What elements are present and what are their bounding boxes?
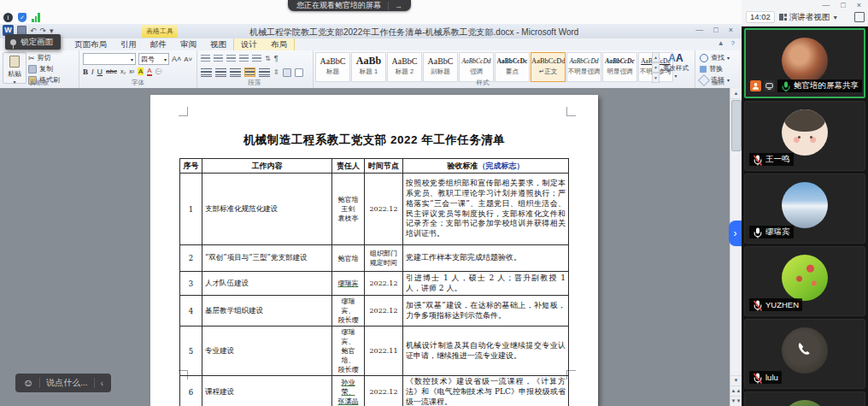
tab-页面布局[interactable]: 页面布局 [67, 38, 114, 50]
align-justify-icon[interactable] [244, 68, 255, 77]
line-spacing-icon[interactable]: ⇕ [273, 68, 279, 76]
minimize-icon[interactable]: — [822, 1, 830, 9]
decrease-indent-icon[interactable] [239, 55, 249, 62]
clipboard-icon [9, 56, 20, 68]
redo-icon[interactable]: ↷ [40, 26, 47, 35]
borders-icon[interactable] [295, 68, 303, 77]
table-row: 1支部标准化规范化建设鲍官培 王剑 袁枝亭2022.12按照校党委组织部和宣传部… [180, 174, 569, 245]
gallery-down-icon[interactable]: ▼ [652, 62, 660, 73]
close-icon[interactable]: × [729, 26, 733, 34]
style-标题2[interactable]: AaBbC标题 2 [387, 52, 422, 82]
style-↵正文[interactable]: AaBbCcDd↵正文 [531, 52, 566, 82]
align-right-icon[interactable] [230, 68, 241, 77]
enclose-char-icon[interactable]: ㊀ [155, 67, 162, 76]
copy-button[interactable]: 复制 [28, 64, 60, 74]
close-icon[interactable]: × [857, 1, 861, 9]
bold-button[interactable]: B [83, 68, 88, 76]
participant-tile-鲍官培的屏幕共享[interactable]: 鲍官培的屏幕共享 [744, 28, 865, 98]
superscript-icon[interactable]: x² [129, 68, 134, 74]
style-不明显强调[interactable]: AaBbCcDd不明显强调 [566, 52, 601, 82]
tab-布局[interactable]: 布局 [264, 38, 294, 50]
restore-icon[interactable]: □ [841, 1, 845, 9]
previous-page-icon[interactable]: ▲▲ [730, 385, 742, 396]
scroll-down-icon[interactable]: ▼ [730, 375, 742, 385]
numbering-icon[interactable] [214, 55, 223, 62]
highlight-color-icon[interactable]: A [138, 68, 144, 75]
document-page[interactable]: 机械制造工程系教工党支部 2022 年工作任务清单 序号 工作内容 责任人 时间… [150, 95, 598, 406]
change-styles-button[interactable]: AA 更改样式 ▾ [660, 53, 691, 79]
grow-font-icon[interactable]: A˄ [172, 55, 181, 63]
participant-name: lulu [765, 373, 778, 382]
view-mode-button[interactable]: 演讲者视图 ▼ [779, 12, 838, 23]
undo-icon[interactable]: ↶ [30, 26, 37, 35]
banner-exit-icon[interactable]: → [388, 2, 402, 10]
participant-tile-王一鸣[interactable]: 王一鸣 [744, 101, 865, 171]
distribute-icon[interactable] [259, 68, 270, 77]
cut-button[interactable]: ✂剪切 [28, 53, 60, 62]
cell-no: 4 [180, 296, 202, 327]
participant-tile-缪瑞宾[interactable]: 缪瑞宾 [744, 174, 865, 244]
replace-button[interactable]: 替换 [700, 64, 730, 74]
show-marks-icon[interactable]: ¶ [274, 54, 279, 62]
style-要点[interactable]: AaBbCcDc要点 [495, 52, 530, 82]
lock-screen-pin-button[interactable]: 锁定画面 [5, 34, 61, 50]
scroll-up-icon[interactable]: ▲ [730, 88, 742, 99]
style-标题[interactable]: AaBbC标题 [315, 52, 350, 82]
help-icon[interactable]: ? [731, 39, 735, 47]
style-强调[interactable]: AaBbCcDd强调 [459, 52, 494, 82]
lock-screen-label: 锁定画面 [21, 37, 53, 48]
italic-button[interactable]: I [91, 68, 94, 76]
fullscreen-icon[interactable] [854, 12, 865, 22]
ribbon-tabs-contextual: 设计布局 [233, 38, 295, 50]
cell-criteria: 按照校党委组织部和宣传部相关要求，制定本系党员、教职工理论学习计划并遵照执行；严… [403, 174, 569, 245]
align-left-icon[interactable] [201, 68, 212, 77]
font-name-combo[interactable]: ▾ [83, 53, 136, 65]
find-button[interactable]: 查找▾ [700, 53, 730, 62]
gallery-up-icon[interactable]: ▲ [652, 52, 660, 62]
participant-tile-YUZHEN[interactable]: YUZHEN [744, 246, 865, 316]
presenter-badge-icon [750, 80, 761, 91]
gallery-more-icon[interactable]: ▼ [652, 73, 660, 83]
underline-button[interactable]: U [97, 68, 103, 76]
align-center-icon[interactable] [215, 68, 226, 77]
sort-icon[interactable]: ⇅ [265, 55, 271, 62]
chat-collapse-icon[interactable]: ‹ [101, 378, 104, 388]
chat-input-pill[interactable]: ☺ 说点什么... ‹ [15, 374, 111, 392]
multilevel-list-icon[interactable] [226, 55, 236, 62]
font-color-icon[interactable]: A [147, 68, 151, 76]
subscript-icon[interactable]: x₂ [120, 68, 126, 74]
tab-视图[interactable]: 视图 [203, 38, 233, 50]
tab-设计[interactable]: 设计 [234, 38, 264, 50]
minimize-icon[interactable]: — [695, 26, 703, 34]
shading-icon[interactable] [283, 68, 291, 77]
tab-审阅[interactable]: 审阅 [173, 38, 203, 50]
style-标题1[interactable]: AaBb标题 1 [351, 52, 386, 82]
style-副标题[interactable]: AaBbC副标题 [423, 52, 458, 82]
sidebar-collapse-handle[interactable]: › [729, 221, 742, 246]
signal-bars-icon[interactable] [32, 13, 40, 22]
participant-tile-partial[interactable] [744, 391, 865, 406]
style-明显强调[interactable]: AaBbCcDc明显强调 [602, 52, 637, 82]
restore-icon[interactable]: □ [713, 26, 718, 34]
info-icon[interactable]: i [3, 13, 13, 22]
tab-邮件[interactable]: 邮件 [144, 38, 173, 50]
font-size-combo[interactable]: 四号▾ [138, 53, 169, 65]
next-page-icon[interactable]: ▼▼ [730, 396, 742, 406]
paste-label: 粘贴 [3, 69, 26, 79]
increase-indent-icon[interactable] [252, 55, 261, 62]
participants-sidebar: —□× 14:02 演讲者视图 ▼ 鲍官培的屏幕共享王一鸣缪瑞宾YUZHENlu… [742, 0, 868, 406]
shield-icon[interactable]: ✓ [18, 13, 26, 22]
word-vertical-scrollbar[interactable]: ▲ ▼ ▲▲ ▼▼ [730, 88, 742, 406]
tab-引用[interactable]: 引用 [114, 38, 144, 50]
emoji-icon[interactable]: ☺ [23, 377, 33, 389]
scrollbar-thumb[interactable] [731, 100, 742, 151]
paragraph-group: ⇅ ¶ ⇕ 段落 [196, 50, 314, 88]
bullets-icon[interactable] [201, 55, 210, 62]
styles-group-label: 样式 [314, 79, 652, 87]
shrink-font-icon[interactable]: A˅ [184, 56, 192, 63]
strikethrough-icon[interactable]: abc [106, 68, 117, 75]
participant-tile-lulu[interactable]: lulu [744, 319, 865, 389]
qat-dropdown-icon[interactable]: ▾ [50, 26, 54, 35]
word-window-controls: —□× [695, 26, 733, 34]
ribbon-collapse-icon[interactable]: ▲ [718, 39, 724, 47]
